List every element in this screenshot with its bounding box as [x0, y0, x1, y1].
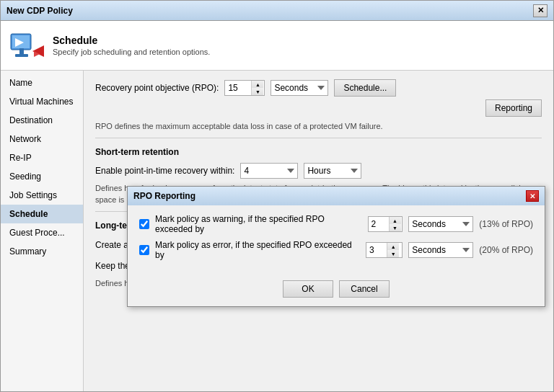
sidebar: Name Virtual Machines Destination Networ…: [1, 71, 84, 391]
sidebar-item-virtual-machines[interactable]: Virtual Machines: [1, 92, 83, 111]
warning-spin-down[interactable]: ▼: [390, 224, 401, 231]
warning-row: Mark policy as warning, if the specified…: [139, 214, 533, 234]
dialog-footer: OK Cancel: [128, 275, 545, 306]
error-value-input[interactable]: ▲ ▼: [366, 242, 403, 258]
sidebar-item-job-settings[interactable]: Job Settings: [1, 186, 83, 205]
error-checkbox-wrapper: [139, 245, 149, 255]
sidebar-item-summary[interactable]: Summary: [1, 242, 83, 261]
sidebar-item-destination[interactable]: Destination: [1, 111, 83, 130]
error-spinner: ▲ ▼: [387, 243, 399, 257]
main-content: Recovery point objective (RPO): ▲ ▼ Seco…: [84, 71, 553, 391]
sidebar-item-re-ip[interactable]: Re-IP: [1, 148, 83, 167]
warning-unit-dropdown[interactable]: Seconds Minutes Hours: [408, 216, 473, 232]
error-checkbox[interactable]: [139, 245, 149, 255]
sidebar-item-seeding[interactable]: Seeding: [1, 167, 83, 186]
dialog-title: RPO Reporting: [133, 191, 195, 201]
dialog-ok-button[interactable]: OK: [283, 280, 333, 298]
warning-spin-up[interactable]: ▲: [390, 217, 401, 224]
warning-checkbox-wrapper: [139, 219, 149, 229]
sidebar-item-guest-process[interactable]: Guest Proce...: [1, 223, 83, 242]
dialog-overlay: RPO Reporting ✕ Mark policy as warning, …: [84, 71, 553, 391]
header-banner: Schedule Specify job scheduling and rete…: [1, 21, 553, 71]
warning-label: Mark policy as warning, if the specified…: [155, 214, 362, 234]
dialog-content: Mark policy as warning, if the specified…: [128, 205, 545, 275]
sidebar-item-name[interactable]: Name: [1, 74, 83, 92]
dialog-title-bar: RPO Reporting ✕: [128, 187, 545, 205]
warning-pct: (13% of RPO): [479, 219, 533, 229]
title-bar: New CDP Policy ✕: [1, 1, 553, 21]
warning-value-input[interactable]: ▲ ▼: [368, 216, 403, 232]
error-spin-down[interactable]: ▼: [387, 250, 399, 257]
window-close-button[interactable]: ✕: [533, 4, 548, 17]
header-text: Schedule Specify job scheduling and rete…: [53, 35, 210, 56]
svg-rect-4: [15, 54, 28, 57]
window-title: New CDP Policy: [6, 6, 73, 16]
error-label: Mark policy as error, if the specified R…: [155, 240, 360, 260]
sidebar-item-network[interactable]: Network: [1, 130, 83, 148]
sidebar-item-schedule[interactable]: Schedule: [1, 205, 83, 223]
error-pct: (20% of RPO): [479, 245, 533, 255]
dialog-cancel-button[interactable]: Cancel: [339, 280, 390, 298]
error-spin-up[interactable]: ▲: [387, 243, 399, 250]
rpo-reporting-dialog: RPO Reporting ✕ Mark policy as warning, …: [127, 186, 545, 307]
dialog-close-button[interactable]: ✕: [526, 190, 539, 202]
error-value-field[interactable]: [366, 244, 387, 257]
main-window: New CDP Policy ✕ Schedule Specify job sc…: [0, 0, 554, 392]
header-subtitle: Specify job scheduling and retention opt…: [53, 48, 210, 56]
warning-value-field[interactable]: [369, 218, 389, 231]
header-icon: [9, 28, 44, 63]
error-unit-dropdown[interactable]: Seconds Minutes Hours: [408, 242, 473, 258]
header-title: Schedule: [53, 35, 210, 46]
warning-spinner: ▲ ▼: [389, 217, 401, 231]
error-row: Mark policy as error, if the specified R…: [139, 240, 533, 260]
warning-checkbox[interactable]: [139, 219, 149, 229]
main-layout: Name Virtual Machines Destination Networ…: [1, 71, 553, 391]
